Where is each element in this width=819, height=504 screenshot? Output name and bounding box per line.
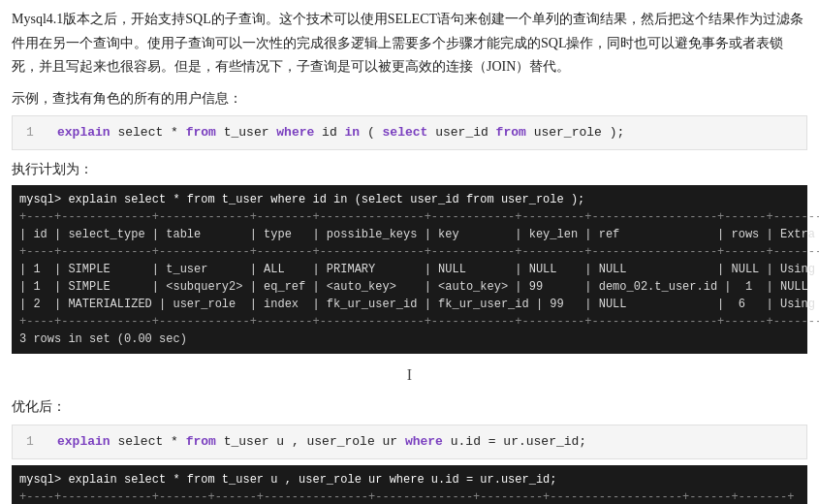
terminal1-header: | id | select_type | table | type | poss… [19,226,800,243]
line-number-2: 1 [26,431,42,453]
example-label: 示例，查找有角色的所有的用户信息： [12,87,807,110]
terminal1-row-1: | 1 | SIMPLE | t_user | ALL | PRIMARY | … [19,261,800,278]
intro-paragraph: Mysql4.1版本之后，开始支持SQL的子查询。这个技术可以使用SELECT语… [12,8,807,79]
code-line-2: explain select * from t_user u , user_ro… [57,431,586,453]
terminal-block-1: mysql> explain select * from t_user wher… [12,185,807,354]
terminal1-row-3: | 2 | MATERIALIZED | user_role | index |… [19,296,800,313]
terminal2-sep1: +----+-------------+-------+------+-----… [19,488,800,504]
terminal1-row-2: | 1 | SIMPLE | <subquery2> | eq_ref | <a… [19,278,800,296]
optimize-label: 优化后： [12,395,807,419]
terminal1-prompt: mysql> explain select * from t_user wher… [19,191,800,208]
terminal1-sep2: +----+-------------+-------------+------… [19,243,800,261]
main-content: Mysql4.1版本之后，开始支持SQL的子查询。这个技术可以使用SELECT语… [0,0,819,504]
code-block-2: 1 explain select * from t_user u , user_… [12,425,807,459]
line-number-1: 1 [26,122,42,143]
code-block-1: 1 explain select * from t_user where id … [12,115,807,150]
exec-plan-label: 执行计划为： [12,158,807,181]
terminal1-sep1: +----+-------------+-------------+------… [19,208,800,226]
terminal2-prompt: mysql> explain select * from t_user u , … [19,471,800,488]
terminal1-result: 3 rows in set (0.00 sec) [19,331,800,348]
code-line-1: explain select * from t_user where id in… [57,122,624,143]
cursor-indicator: I [12,362,807,388]
terminal-block-2: mysql> explain select * from t_user u , … [12,465,807,504]
terminal1-sep3: +----+-------------+-------------+------… [19,313,800,331]
